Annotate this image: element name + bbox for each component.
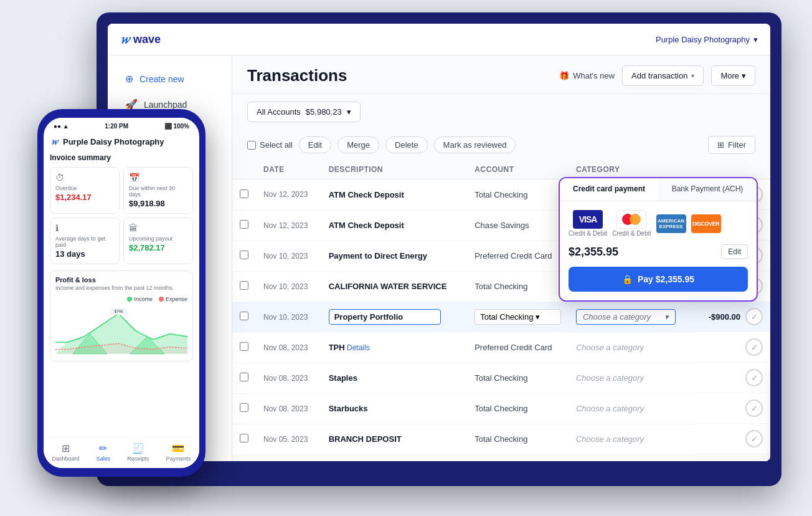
accounts-selector[interactable]: All Accounts $5,980.23 ▾ xyxy=(247,102,361,122)
battery-icon: ⬛ 100% xyxy=(164,123,189,130)
expense-dot xyxy=(159,297,164,302)
row-checkbox[interactable] xyxy=(240,312,248,320)
transaction-description: TPH Details xyxy=(321,332,468,363)
main-content: Transactions 🎁 What's new Add transactio… xyxy=(232,55,770,461)
row-checkbox[interactable] xyxy=(240,281,248,290)
checkmark-button[interactable]: ✓ xyxy=(745,338,763,356)
discover-card-group: DISCOVER xyxy=(691,214,721,233)
header-date: Date xyxy=(256,160,321,179)
choose-category-label: Choose a category xyxy=(583,312,651,322)
expense-legend: Expense xyxy=(159,296,187,302)
tab-bank-payment[interactable]: Bank Payment (ACH) xyxy=(658,178,757,201)
phone-nav: ⊞ Dashboard ✏ Sales 🧾 Receipts 💳 Payment… xyxy=(44,437,199,468)
transaction-category[interactable]: Choose a category xyxy=(569,393,694,424)
sidebar-item-create[interactable]: ⊕ Create new xyxy=(113,67,227,91)
transaction-date: Nov 08, 2023 xyxy=(256,393,321,424)
whats-new-button[interactable]: 🎁 What's new xyxy=(559,71,615,80)
nav-sales[interactable]: ✏ Sales xyxy=(97,442,111,462)
edit-button[interactable]: Edit xyxy=(299,136,331,153)
pay-button[interactable]: 🔒 Pay $2,355.95 xyxy=(569,267,748,292)
description-input[interactable] xyxy=(329,309,441,325)
nav-payments[interactable]: 💳 Payments xyxy=(166,442,191,462)
wave-logo-text: wave xyxy=(133,33,161,46)
due-label: Due within next 30 days xyxy=(129,185,187,198)
payout-value: $2,782.17 xyxy=(129,243,187,252)
wave-logo-icon: 𝑤 xyxy=(120,31,130,47)
more-button[interactable]: More ▾ xyxy=(711,65,755,86)
transaction-category[interactable]: Choose a category xyxy=(569,424,694,454)
select-all-checkbox[interactable] xyxy=(247,141,256,150)
transaction-category[interactable]: Choose a category xyxy=(569,363,694,393)
company-name: Purple Daisy Photography xyxy=(656,35,750,44)
company-selector[interactable]: Purple Daisy Photography ▾ xyxy=(656,35,758,44)
expense-label: Expense xyxy=(166,296,187,302)
row-checkbox[interactable] xyxy=(240,220,248,229)
account-dropdown[interactable]: Total Checking ▾ xyxy=(474,309,561,325)
overdue-label: Overdue xyxy=(55,185,114,191)
filter-button[interactable]: ⊞ Filter xyxy=(708,136,755,154)
add-transaction-button[interactable]: Add transaction ▾ xyxy=(622,65,704,86)
merge-button[interactable]: Merge xyxy=(338,136,379,153)
mastercard-card-group: Credit & Debit xyxy=(612,210,651,237)
payout-card: 🏛 Upcoming payout $2,782.17 xyxy=(123,217,193,264)
receipts-icon: 🧾 xyxy=(132,442,144,454)
visa-card-label: Credit & Debit xyxy=(569,230,607,237)
nav-receipts[interactable]: 🧾 Receipts xyxy=(127,442,149,462)
transaction-description: Payment to Direct Energy xyxy=(321,241,468,271)
transaction-category[interactable]: Choose a category xyxy=(569,332,694,363)
transaction-category[interactable]: Choose a category▾ xyxy=(569,302,694,332)
pay-label: Pay $2,355.95 xyxy=(638,274,694,284)
accounts-balance: $5,980.23 xyxy=(306,107,342,117)
company-caret-icon: ▾ xyxy=(753,35,758,44)
transaction-description: ATM Check Deposit xyxy=(321,179,468,211)
checkmark-button[interactable]: ✓ xyxy=(745,308,763,325)
amex-card-group: AMERICAN EXPRESS xyxy=(656,214,686,233)
income-legend: Income xyxy=(127,296,153,302)
transaction-description[interactable] xyxy=(321,302,468,332)
row-checkbox[interactable] xyxy=(240,403,248,412)
transaction-date: Nov 10, 2023 xyxy=(256,271,321,302)
delete-button[interactable]: Delete xyxy=(385,136,428,153)
select-all-area: Select all xyxy=(247,140,293,150)
row-checkbox[interactable] xyxy=(240,189,248,198)
more-caret-icon: ▾ xyxy=(742,71,746,80)
filter-icon: ⊞ xyxy=(717,140,724,150)
table-row: Nov 08, 2023StaplesTotal CheckingChoose … xyxy=(232,363,770,393)
add-transaction-label: Add transaction xyxy=(631,71,687,80)
mark-reviewed-button[interactable]: Mark as reviewed xyxy=(434,136,516,153)
checkmark-button[interactable]: ✓ xyxy=(745,430,763,447)
add-transaction-caret-icon: ▾ xyxy=(691,72,694,79)
filter-label: Filter xyxy=(728,140,746,150)
transaction-account: Preferred Credit Card xyxy=(467,241,569,271)
table-row: Nov 10, 2023Total Checking ▾Choose a cat… xyxy=(232,302,770,332)
nav-dashboard[interactable]: ⊞ Dashboard xyxy=(52,442,80,462)
tab-credit-card-payment[interactable]: Credit card payment xyxy=(560,178,658,201)
checkmark-button[interactable]: ✓ xyxy=(745,399,763,417)
laptop-screen: 𝑤 wave Purple Daisy Photography ▾ ⊕ Crea… xyxy=(108,24,770,461)
pnl-chart: $74k xyxy=(55,306,187,356)
row-checkbox[interactable] xyxy=(240,434,248,442)
credit-edit-button[interactable]: Edit xyxy=(721,244,748,259)
invoice-summary-title: Invoice summary xyxy=(50,153,193,162)
row-checkbox[interactable] xyxy=(240,251,248,259)
row-checkbox[interactable] xyxy=(240,342,248,351)
table-toolbar: Select all Edit Merge Delete Mark as rev… xyxy=(232,130,770,160)
pnl-section: Profit & loss Income and expenses from t… xyxy=(50,270,193,361)
checkmark-button[interactable]: ✓ xyxy=(745,369,763,386)
transaction-date: Nov 08, 2023 xyxy=(256,363,321,393)
nav-sales-label: Sales xyxy=(97,456,111,462)
phone-company-name: Purple Daisy Photography xyxy=(63,137,164,146)
overdue-value: $1,234.17 xyxy=(55,193,114,202)
top-nav: 𝑤 wave Purple Daisy Photography ▾ xyxy=(108,24,770,55)
category-dropdown-button[interactable]: Choose a category▾ xyxy=(576,309,676,325)
transaction-description: Starbucks xyxy=(321,393,468,424)
transaction-date: Nov 12, 2023 xyxy=(256,210,321,241)
sidebar-launchpad-label: Launchpad xyxy=(144,100,187,110)
transaction-description: BRANCH DEPOSIT xyxy=(321,424,468,454)
income-label: Income xyxy=(134,296,153,302)
transaction-account[interactable]: Total Checking ▾ xyxy=(467,302,569,332)
details-link[interactable]: Details xyxy=(345,343,370,352)
row-checkbox[interactable] xyxy=(240,373,248,381)
transaction-amount-cell: ✓ xyxy=(694,332,770,363)
pnl-subtitle: Income and expenses from the past 12 mon… xyxy=(55,285,187,291)
